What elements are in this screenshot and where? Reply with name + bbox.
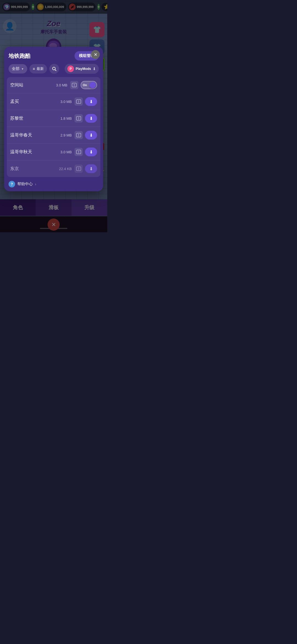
mod-name-2: 孟买 — [10, 99, 61, 105]
mod-item-2[interactable]: 孟买 3.0 MB ⬇ — [7, 93, 100, 110]
mod-info-icon-5[interactable] — [75, 148, 83, 156]
toggle-switch-1[interactable]: On — [81, 81, 97, 89]
mod-list: 空间站 3.0 MB On 孟买 3.0 MB — [7, 77, 100, 177]
mod-name-3: 苏黎世 — [10, 116, 61, 121]
mod-info-icon-4[interactable] — [75, 131, 83, 139]
info-icon-6 — [76, 167, 81, 171]
mod-item-1[interactable]: 空间站 3.0 MB On — [7, 77, 100, 93]
mod-item-5[interactable]: 温哥华秋天 3.0 MB ⬇ — [7, 144, 100, 160]
svg-rect-25 — [76, 150, 81, 154]
mod-info-icon-1[interactable] — [70, 81, 78, 89]
svg-point-26 — [78, 151, 79, 152]
svg-rect-28 — [76, 167, 81, 171]
mod-info-icon-2[interactable] — [75, 97, 83, 106]
mod-name-5: 温哥华秋天 — [10, 149, 61, 155]
svg-rect-22 — [76, 133, 81, 137]
filter-arrow-icon: ▼ — [21, 67, 24, 70]
svg-point-29 — [78, 168, 79, 169]
filter-dropdown[interactable]: 全部 ▼ — [9, 64, 27, 73]
svg-rect-16 — [76, 100, 81, 103]
info-icon — [72, 83, 77, 87]
svg-rect-19 — [76, 116, 81, 120]
mod-size-1: 3.0 MB — [56, 83, 67, 87]
search-icon — [52, 67, 56, 71]
mod-item-4[interactable]: 温哥华春天 2.9 MB ⬇ — [7, 127, 100, 144]
mod-name-1: 空间站 — [10, 82, 56, 88]
svg-point-23 — [78, 134, 79, 135]
help-center[interactable]: ? 帮助中心 › — [4, 177, 103, 191]
download-button-2[interactable]: ⬇ — [85, 97, 97, 106]
modal-title: 地铁跑酷 — [9, 52, 31, 60]
info-icon-4 — [76, 133, 81, 137]
mod-size-4: 2.9 MB — [61, 133, 72, 137]
toggle-knob-1 — [89, 82, 96, 88]
download-button-4[interactable]: ⬇ — [85, 131, 97, 140]
help-icon: ? — [9, 181, 15, 187]
help-arrow-icon: › — [35, 182, 36, 186]
mod-info-icon-6[interactable] — [75, 165, 83, 173]
info-icon-2 — [76, 99, 81, 104]
download-button-5[interactable]: ⬇ — [85, 148, 97, 156]
svg-point-17 — [78, 101, 79, 102]
mod-info-icon-3[interactable] — [75, 114, 83, 122]
sort-icon: ≡ — [33, 67, 35, 71]
sort-label: 最新 — [37, 66, 44, 71]
playmods-badge[interactable]: P PlayMods ⬇ — [65, 64, 99, 74]
svg-point-14 — [74, 84, 75, 85]
svg-point-20 — [78, 118, 79, 118]
mod-name-6: 东京 — [10, 166, 59, 172]
sort-button[interactable]: ≡ 最新 — [29, 64, 47, 73]
mod-size-5: 3.0 MB — [61, 150, 72, 154]
mod-item-3[interactable]: 苏黎世 1.8 MB ⬇ — [7, 110, 100, 127]
mod-size-6: 22.4 KB — [59, 167, 72, 171]
info-icon-5 — [76, 150, 81, 154]
mod-name-4: 温哥华春天 — [10, 132, 61, 138]
download-button-6[interactable]: ⬇ — [85, 164, 97, 173]
filter-bar: 全部 ▼ ≡ 最新 P PlayMods ⬇ — [4, 64, 103, 77]
modal-header: 地铁跑酷 模组管理 — [4, 47, 103, 64]
mod-size-2: 3.0 MB — [61, 100, 72, 104]
mod-size-3: 1.8 MB — [61, 116, 72, 121]
help-text: 帮助中心 — [17, 182, 33, 187]
toggle-label-1: On — [83, 83, 87, 87]
download-button-3[interactable]: ⬇ — [85, 114, 97, 123]
playmods-label: PlayMods — [76, 67, 91, 71]
search-button[interactable] — [49, 64, 59, 74]
svg-line-12 — [55, 70, 56, 71]
svg-rect-13 — [72, 83, 76, 87]
info-icon-3 — [76, 116, 81, 121]
modal-close-button[interactable]: ✕ — [91, 50, 100, 59]
playmods-download-icon: ⬇ — [93, 67, 96, 71]
playmods-logo: P — [67, 66, 74, 72]
mod-modal: ✕ 地铁跑酷 模组管理 全部 ▼ ≡ 最新 P — [4, 47, 103, 191]
filter-all-label: 全部 — [12, 66, 20, 71]
mod-item-6[interactable]: 东京 22.4 KB ⬇ — [7, 160, 100, 177]
